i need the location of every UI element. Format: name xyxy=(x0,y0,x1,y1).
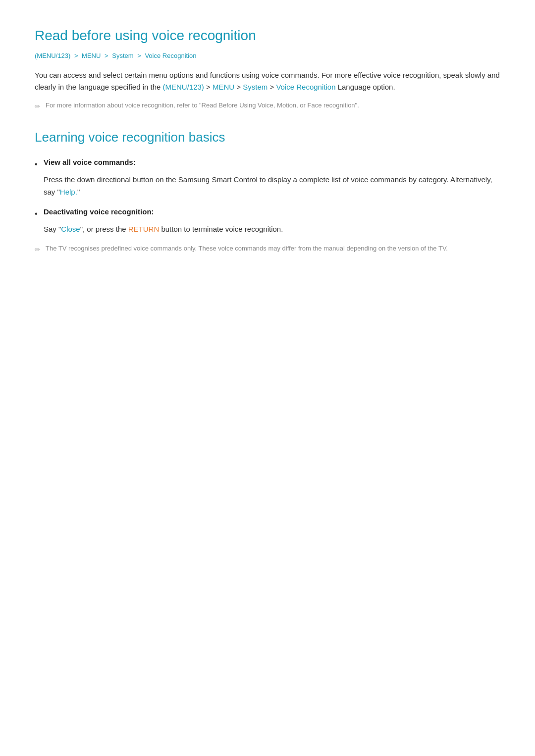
breadcrumb-sep3: > xyxy=(137,52,141,59)
body-sep2: > xyxy=(234,83,243,91)
body-link-system[interactable]: System xyxy=(243,83,268,91)
breadcrumb-system[interactable]: System xyxy=(112,52,133,59)
bullet2-close-link[interactable]: Close xyxy=(61,225,80,233)
list-item: • View all voice commands: Press the dow… xyxy=(35,156,500,198)
bullet2-desc-prefix: Say " xyxy=(44,225,61,233)
list-item: • Deactivating voice recognition: Say "C… xyxy=(35,206,500,235)
bullet2-return-link[interactable]: RETURN xyxy=(128,225,160,233)
bullet2-desc-mid: ", or press the xyxy=(80,225,128,233)
section1-note-text: For more information about voice recogni… xyxy=(46,101,359,110)
bullet-dot-2: • xyxy=(35,207,44,220)
breadcrumb-sep1: > xyxy=(74,52,78,59)
pencil-icon: ✏ xyxy=(35,101,41,112)
body-suffix: Language option. xyxy=(335,83,395,91)
section1: Read before using voice recognition (MEN… xyxy=(35,25,500,112)
body-sep1: > xyxy=(204,83,213,91)
bullet-desc-1: Press the down directional button on the… xyxy=(44,174,500,199)
breadcrumb-menu123[interactable]: (MENU/123) xyxy=(35,52,70,59)
section2-title: Learning voice recognition basics xyxy=(35,127,500,148)
bullet1-desc-prefix: Press the down directional button on the… xyxy=(44,175,492,196)
bullet2-desc-suffix: button to terminate voice recognition. xyxy=(159,225,283,233)
body-link-menu123[interactable]: (MENU/123) xyxy=(163,83,204,91)
section1-body: You can access and select certain menu o… xyxy=(35,69,500,94)
bullet-label-1: View all voice commands: xyxy=(44,156,136,168)
bullet-list: • View all voice commands: Press the dow… xyxy=(35,156,500,235)
breadcrumb-sep2: > xyxy=(105,52,108,59)
breadcrumb: (MENU/123) > MENU > System > Voice Recog… xyxy=(35,51,500,61)
pencil-icon-2: ✏ xyxy=(35,245,41,255)
breadcrumb-menu[interactable]: MENU xyxy=(82,52,101,59)
section2-note: ✏ The TV recognises predefined voice com… xyxy=(35,244,500,255)
section2-note-text: The TV recognises predefined voice comma… xyxy=(46,244,448,253)
section2: Learning voice recognition basics • View… xyxy=(35,127,500,255)
body-link-menu[interactable]: MENU xyxy=(213,83,234,91)
bullet1-help-link[interactable]: Help. xyxy=(60,188,77,196)
bullet1-desc-suffix: " xyxy=(77,188,80,196)
bullet-desc-2: Say "Close", or press the RETURN button … xyxy=(44,223,500,236)
body-link-voice-recognition[interactable]: Voice Recognition xyxy=(276,83,335,91)
breadcrumb-voice-recognition[interactable]: Voice Recognition xyxy=(145,52,196,59)
section1-note: ✏ For more information about voice recog… xyxy=(35,101,500,112)
section1-title: Read before using voice recognition xyxy=(35,25,500,47)
body-sep3: > xyxy=(268,83,276,91)
bullet-label-2: Deactivating voice recognition: xyxy=(44,206,154,218)
bullet-dot-1: • xyxy=(35,158,44,171)
